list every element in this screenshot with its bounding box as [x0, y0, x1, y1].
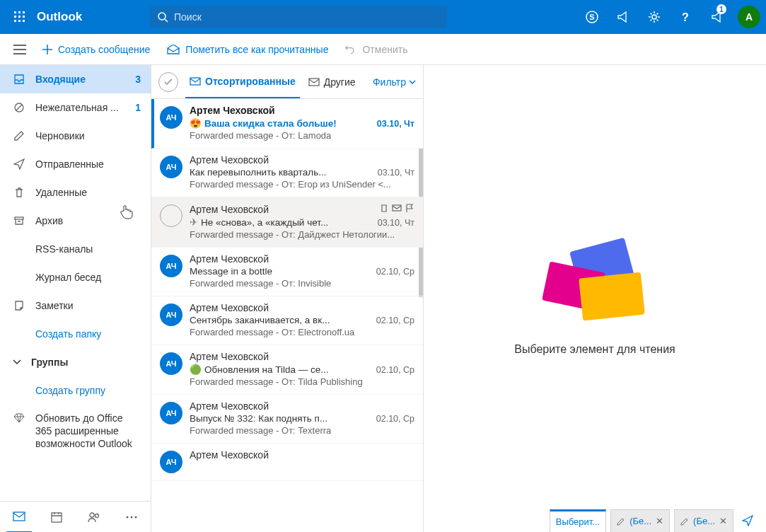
sidebar-item-label: RSS-каналы [35, 243, 141, 255]
send-icon[interactable] [738, 511, 758, 531]
message-preview: Forwarded message - От: Texterra [190, 425, 414, 436]
svg-rect-8 [23, 20, 25, 22]
close-icon[interactable]: ✕ [656, 516, 663, 526]
svg-point-22 [127, 516, 129, 518]
svg-rect-19 [52, 513, 62, 522]
create-group-link[interactable]: Создать группу [0, 376, 151, 405]
app-launcher-icon[interactable] [6, 0, 34, 34]
draft-tab-3[interactable]: (Бе... ✕ [674, 509, 733, 532]
sidebar-item-label: Заметки [35, 300, 141, 311]
groups-header[interactable]: Группы [0, 348, 151, 376]
sidebar-item-junk[interactable]: Нежелательная ... 1 [0, 93, 151, 122]
pencil-icon [680, 517, 689, 526]
draft-tab-1[interactable]: Выберит... [550, 509, 606, 532]
sidebar: Входящие 3 Нежелательная ... 1 Черновики… [0, 65, 151, 532]
settings-icon[interactable] [640, 0, 668, 34]
sidebar-item-notes[interactable]: Заметки [0, 291, 151, 320]
message-from: Артем Чеховской [190, 253, 269, 265]
nav-toggle-icon[interactable] [6, 34, 34, 65]
message-subject: Как перевыполнить кварталь... [190, 167, 326, 178]
note-icon [13, 300, 25, 311]
sidebar-item-label: Черновики [35, 130, 141, 141]
delete-icon[interactable] [379, 203, 389, 213]
sidebar-item-inbox[interactable]: Входящие 3 [0, 65, 151, 93]
blocked-icon [13, 102, 25, 113]
sidebar-item-archive[interactable]: Архив [0, 207, 151, 235]
message-date: 02.10, Ср [376, 365, 414, 375]
upgrade-link[interactable]: Обновить до Office 365 расширенные возмо… [0, 405, 151, 458]
message-date: 03.10, Чт [377, 119, 414, 129]
tab-other[interactable]: Другие [304, 66, 360, 98]
message-preview: Forwarded message - От: Electronoff.ua [190, 327, 414, 337]
sender-avatar: АЧ [160, 303, 182, 326]
message-from: Артем Чеховской [190, 302, 269, 313]
filter-label: Фильтр [373, 76, 406, 88]
message-item[interactable]: АЧ Артем Чеховской Как перевыполнить ква… [151, 149, 423, 197]
chevron-down-icon [13, 359, 21, 365]
create-folder-link[interactable]: Создать папку [0, 320, 151, 348]
close-icon[interactable]: ✕ [719, 516, 727, 526]
search-box[interactable] [150, 6, 447, 28]
announcements-icon[interactable] [609, 0, 637, 34]
message-item[interactable]: АЧ Артем Чеховской 😍Ваша скидка стала бо… [151, 99, 423, 149]
message-date: 02.10, Ср [376, 414, 414, 424]
diamond-icon [13, 412, 25, 423]
people-module-icon[interactable] [81, 502, 107, 533]
svg-rect-18 [13, 512, 25, 521]
draft-tabs: Выберит... (Бе... ✕ (Бе... ✕ [550, 509, 758, 532]
pencil-icon [13, 130, 25, 141]
calendar-module-icon[interactable] [44, 502, 69, 533]
message-item[interactable]: АЧ Артем Чеховской [151, 444, 423, 481]
message-subject: Выпуск № 332: Как поднять п... [190, 413, 327, 424]
message-date: 03.10, Чт [378, 218, 414, 228]
svg-point-21 [95, 514, 99, 517]
sidebar-item-label: Входящие [35, 74, 125, 85]
message-item[interactable]: АЧ Артем Чеховской Message in a bottle02… [151, 248, 423, 296]
mark-all-read-button[interactable]: Пометить все как прочитанные [158, 34, 337, 65]
message-from: Артем Чеховской [190, 449, 269, 461]
mark-all-read-label: Пометить все как прочитанные [185, 44, 328, 55]
svg-point-24 [135, 516, 137, 518]
select-all-toggle[interactable] [158, 72, 178, 92]
filter-button[interactable]: Фильтр [373, 76, 416, 88]
sender-avatar: АЧ [160, 255, 182, 277]
sidebar-item-label: Нежелательная ... [35, 102, 125, 113]
message-list[interactable]: АЧ Артем Чеховской 😍Ваша скидка стала бо… [151, 99, 423, 532]
mail-module-icon[interactable] [6, 502, 32, 533]
message-from: Артем Чеховской [190, 351, 269, 362]
search-input[interactable] [174, 11, 440, 23]
reading-placeholder-text: Выберите элемент для чтения [514, 343, 675, 356]
tab-focused[interactable]: Отсортированные [185, 66, 300, 98]
svg-rect-0 [14, 11, 16, 13]
sidebar-footer [0, 501, 151, 532]
message-item[interactable]: АЧ Артем Чеховской Выпуск № 332: Как под… [151, 395, 423, 444]
new-message-button[interactable]: Создать сообщение [34, 34, 158, 65]
undo-button[interactable]: Отменить [337, 34, 416, 65]
message-date: 03.10, Чт [378, 168, 414, 178]
top-bar: Outlook S ? 1 A [0, 0, 766, 34]
empty-state-illustration [538, 241, 651, 326]
sidebar-item-count: 1 [135, 102, 141, 113]
sender-avatar: АЧ [160, 402, 182, 424]
skype-icon[interactable]: S [578, 0, 606, 34]
sidebar-item-label: Удаленные [35, 187, 141, 198]
message-subject: Message in a bottle [190, 266, 272, 277]
message-item[interactable]: АЧ Артем Чеховской 🟢Обновления на Tilda … [151, 345, 423, 395]
avatar[interactable]: A [738, 6, 760, 28]
message-item[interactable]: АЧ Артем Чеховской ✈Не «снова», а «кажды… [151, 197, 423, 248]
svg-rect-4 [18, 16, 21, 18]
sidebar-item-sent[interactable]: Отправленные [0, 150, 151, 178]
message-preview: Forwarded message - От: Дайджест Нетолог… [190, 229, 414, 240]
message-from: Артем Чеховской [190, 204, 269, 215]
flag-icon[interactable] [405, 203, 414, 213]
sidebar-item-conversations[interactable]: Журнал бесед [0, 263, 151, 291]
message-item[interactable]: АЧ Артем Чеховской Сентябрь заканчиваетс… [151, 296, 423, 345]
help-icon[interactable]: ? [671, 0, 700, 34]
draft-tab-2[interactable]: (Бе... ✕ [610, 509, 670, 532]
sidebar-item-drafts[interactable]: Черновики [0, 122, 151, 150]
more-modules-icon[interactable] [119, 502, 144, 533]
sidebar-item-rss[interactable]: RSS-каналы [0, 235, 151, 263]
sidebar-item-deleted[interactable]: Удаленные [0, 178, 151, 207]
notifications-icon[interactable]: 1 [702, 0, 731, 34]
mark-read-icon[interactable] [392, 203, 402, 213]
